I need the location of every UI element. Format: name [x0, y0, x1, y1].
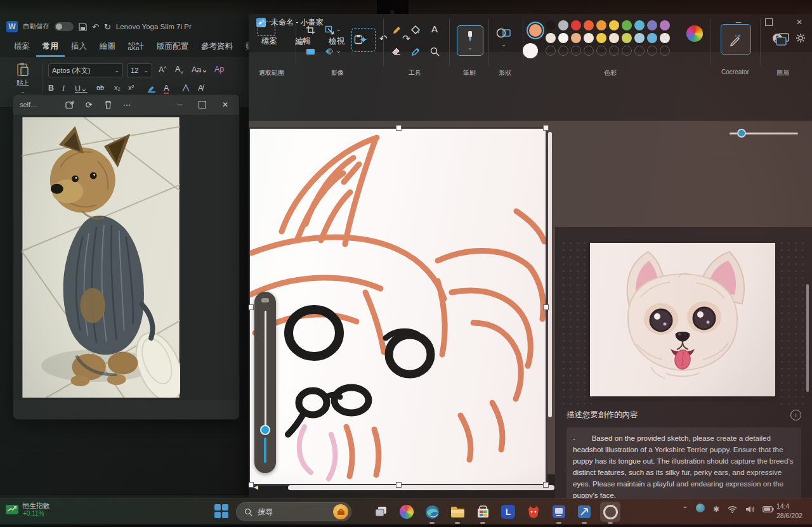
photos-close-button[interactable]: ✕: [214, 95, 237, 114]
palette-swatch[interactable]: [634, 20, 645, 30]
redo-icon[interactable]: ↻: [104, 22, 111, 32]
selection-handle[interactable]: [249, 482, 254, 488]
save-icon[interactable]: [79, 23, 87, 31]
tray-defender-icon[interactable]: [696, 504, 705, 514]
photos-minimize-button[interactable]: ─: [168, 95, 191, 114]
palette-swatch[interactable]: [546, 20, 556, 30]
word-tab-插入[interactable]: 插入: [65, 38, 93, 57]
clear-format-icon[interactable]: A̸: [198, 84, 203, 93]
palette-swatch[interactable]: [609, 20, 619, 30]
phonetic-guide-icon[interactable]: Ap: [214, 65, 224, 74]
highlight-icon[interactable]: [147, 84, 156, 93]
selection-handle[interactable]: [249, 304, 254, 310]
crop-icon[interactable]: [303, 23, 317, 37]
tray-app-icon[interactable]: ✱: [713, 505, 719, 514]
remote-app-icon[interactable]: [576, 504, 593, 520]
selection-invert-icon[interactable]: [303, 44, 317, 58]
selection-handle[interactable]: [543, 304, 549, 310]
superscript-icon[interactable]: x²: [128, 84, 134, 91]
eraser-tool-icon[interactable]: [390, 44, 403, 58]
settings-gear-icon[interactable]: [796, 33, 806, 43]
resize-icon[interactable]: [322, 23, 336, 37]
text-tool-icon[interactable]: A: [428, 22, 442, 36]
canvas-vertical-scrollbar[interactable]: [548, 132, 552, 417]
more-options-icon[interactable]: ⋯: [117, 96, 136, 113]
word-tab-常用[interactable]: 常用: [36, 38, 65, 57]
palette-swatch[interactable]: [609, 33, 619, 43]
magnifier-tool-icon[interactable]: [428, 44, 442, 58]
palette-swatch[interactable]: [546, 33, 556, 43]
palette-swatch[interactable]: [647, 33, 657, 43]
microsoft-store-icon[interactable]: [475, 504, 491, 520]
palette-swatch[interactable]: [596, 33, 606, 43]
palette-swatch[interactable]: [622, 20, 632, 30]
widgets-button[interactable]: 恒生指數 +0.11%: [5, 502, 49, 517]
word-tab-檔案[interactable]: 檔案: [8, 38, 36, 57]
rotate-icon[interactable]: ⟳: [79, 96, 98, 113]
undo-icon[interactable]: ↶: [92, 22, 99, 32]
rotate-flip-icon[interactable]: [322, 44, 336, 58]
bold-icon[interactable]: B: [48, 84, 54, 93]
edge-browser-icon[interactable]: [424, 504, 440, 520]
start-button[interactable]: [214, 504, 230, 519]
layers-button[interactable]: [770, 27, 796, 52]
palette-empty-slot[interactable]: [596, 46, 606, 56]
fill-tool-icon[interactable]: [409, 23, 422, 37]
grow-font-icon[interactable]: A˄: [159, 65, 167, 74]
file-explorer-icon[interactable]: [449, 504, 466, 520]
battery-icon[interactable]: [763, 506, 774, 512]
italic-icon[interactable]: I: [62, 84, 65, 93]
delete-icon[interactable]: [98, 96, 117, 113]
underline-icon[interactable]: U⌄: [75, 84, 88, 93]
select-tool-button[interactable]: ⌄: [258, 22, 275, 44]
copilot-pinwheel-icon[interactable]: [398, 504, 415, 520]
line-app-icon[interactable]: L: [500, 504, 516, 520]
search-box[interactable]: 搜尋: [236, 502, 351, 521]
font-name-combo[interactable]: Aptos (本文)⌄: [48, 63, 123, 77]
palette-empty-slot[interactable]: [584, 46, 594, 56]
info-icon[interactable]: i: [790, 410, 801, 420]
selection-handle[interactable]: [396, 482, 402, 488]
word-tab-版面配置[interactable]: 版面配置: [150, 38, 195, 57]
zoom-slider[interactable]: [730, 129, 798, 138]
taskbar-clock[interactable]: 14:4 28/6/202: [776, 502, 812, 521]
palette-swatch[interactable]: [660, 33, 670, 43]
red-fox-app-icon[interactable]: [525, 504, 542, 520]
font-color-icon[interactable]: A: [164, 84, 169, 93]
strikethrough-icon[interactable]: ab: [96, 84, 104, 91]
word-tab-設計[interactable]: 設計: [122, 38, 150, 57]
palette-empty-slot[interactable]: [647, 46, 657, 56]
font-size-combo[interactable]: 12⌄: [127, 63, 152, 77]
palette-swatch[interactable]: [584, 33, 594, 43]
palette-swatch[interactable]: [571, 20, 581, 30]
selection-handle[interactable]: [396, 125, 402, 131]
active-app-ring-icon[interactable]: [600, 502, 620, 522]
word-tab-郵件[interactable]: 郵件: [239, 38, 249, 57]
shapes-button[interactable]: ⌄: [496, 27, 511, 48]
palette-swatch[interactable]: [558, 33, 568, 43]
palette-swatch[interactable]: [584, 20, 594, 30]
color-picker-tool-icon[interactable]: [409, 44, 422, 58]
autosave-toggle[interactable]: [55, 22, 74, 31]
palette-empty-slot[interactable]: [634, 46, 645, 56]
subscript-icon[interactable]: x₂: [114, 84, 121, 91]
palette-swatch[interactable]: [571, 33, 581, 43]
palette-swatch[interactable]: [660, 20, 670, 30]
palette-empty-slot[interactable]: [546, 46, 556, 56]
edit-colors-icon[interactable]: [686, 25, 703, 42]
word-tab-參考資料[interactable]: 參考資料: [195, 38, 239, 57]
secondary-color-swatch[interactable]: [523, 43, 538, 58]
palette-empty-slot[interactable]: [558, 46, 568, 56]
cocreator-button[interactable]: [721, 24, 751, 55]
selection-handle[interactable]: [543, 482, 549, 488]
word-tab-繪圖[interactable]: 繪圖: [93, 38, 122, 57]
canvas-horizontal-scrollbar[interactable]: [288, 485, 554, 490]
palette-empty-slot[interactable]: [571, 46, 581, 56]
speaker-icon[interactable]: [745, 505, 754, 513]
ai-select-icon[interactable]: ✦: [351, 28, 376, 52]
prompt-textarea[interactable]: - Based on the provided sketch, please c…: [566, 427, 801, 498]
selection-handle[interactable]: [543, 125, 549, 131]
task-view-icon[interactable]: [373, 504, 390, 520]
palette-empty-slot[interactable]: [660, 46, 670, 56]
brushes-button[interactable]: ⌄: [457, 25, 483, 56]
